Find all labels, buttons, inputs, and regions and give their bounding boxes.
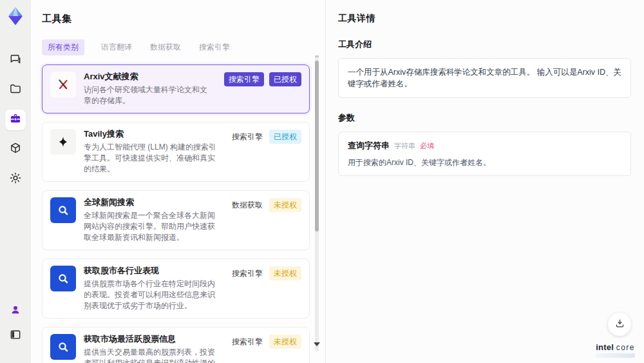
tool-name: Tavily搜索	[84, 129, 220, 139]
arxiv-x-icon	[50, 72, 76, 97]
sidebar-item-panel-toggle[interactable]	[5, 326, 26, 346]
app-window: 工具集 所有类别 语言翻译 数据获取 搜索引擎 Arxiv文献搜索 访问各个研究…	[0, 0, 644, 363]
tool-card-global-news[interactable]: 全球新闻搜索 全球新闻搜索是一个聚合全球各大新闻网站内容的搜索引擎。帮助用户快速…	[42, 190, 310, 250]
scrollbar-down-arrow-icon[interactable]	[314, 342, 320, 346]
tool-name: 获取市场最活跃股票信息	[84, 334, 220, 344]
chat-icon	[9, 53, 22, 68]
tab-data-fetch[interactable]: 数据获取	[149, 39, 182, 55]
auth-status-badge: 未授权	[269, 266, 301, 280]
blue-search-icon	[50, 197, 76, 223]
toolbox-icon	[9, 112, 22, 128]
sidebar-item-toolbox[interactable]	[5, 110, 26, 130]
gear-icon	[9, 172, 22, 187]
tool-list-panel: 工具集 所有类别 语言翻译 数据获取 搜索引擎 Arxiv文献搜索 访问各个研究…	[31, 0, 325, 363]
brand-core: core	[616, 343, 635, 352]
sidebar-item-chat[interactable]	[5, 50, 26, 71]
tool-description: 提供股票市场各个行业在特定时间段内的表现。投资者可以利用这些信息来识别表现优于或…	[84, 279, 220, 311]
tool-description: 提供当天交易量最高的股票列表，投资者可以利用这些信息来识别流动性强的股票和潜在的…	[84, 347, 220, 363]
params-heading: 参数	[338, 112, 631, 124]
sidebar-item-files[interactable]	[5, 80, 26, 101]
auth-status-badge: 已授权	[269, 72, 301, 86]
category-badge: 搜索引擎	[224, 72, 264, 86]
tool-description: 全球新闻搜索是一个聚合全球各大新闻网站内容的搜索引擎。帮助用户快速获取全球最新资…	[84, 210, 220, 243]
category-tabs: 所有类别 语言翻译 数据获取 搜索引擎	[42, 39, 310, 55]
intro-heading: 工具介绍	[338, 39, 631, 50]
package-cube-icon	[9, 142, 22, 157]
download-icon	[614, 318, 625, 331]
intel-ultra-gradient	[596, 353, 635, 358]
tool-description: 专为人工智能代理 (LLM) 构建的搜索引擎工具。可快速提供实时、准确和真实的结…	[84, 142, 220, 175]
tool-card-arxiv[interactable]: Arxiv文献搜索 访问各个研究领域大量科学论文和文章的存储库。 搜索引擎 已授…	[42, 64, 310, 113]
param-box: 查询字符串 字符串 必填 用于搜索的Arxiv ID、关键字或作者姓名。	[338, 132, 631, 176]
tool-card-active-stocks[interactable]: 获取市场最活跃股票信息 提供当天交易量最高的股票列表，投资者可以利用这些信息来识…	[42, 327, 310, 363]
intro-box: 一个用于从Arxiv存储库搜索科学论文和文章的工具。 输入可以是Arxiv ID…	[338, 58, 631, 98]
scrollbar-up-arrow[interactable]	[315, 55, 319, 57]
tab-translation[interactable]: 语言翻译	[100, 39, 133, 55]
category-badge: 数据获取	[231, 198, 264, 212]
four-point-star-icon	[50, 129, 76, 155]
param-name: 查询字符串	[348, 140, 390, 152]
sidebar-item-models[interactable]	[5, 139, 26, 160]
user-avatar-icon	[9, 304, 22, 319]
tool-name: 全球新闻搜索	[84, 197, 220, 208]
tool-card-sector-performance[interactable]: 获取股市各行业表现 提供股票市场各个行业在特定时间段内的表现。投资者可以利用这些…	[42, 259, 310, 319]
page-title: 工具集	[42, 13, 310, 25]
list-scrollbar[interactable]	[315, 57, 319, 351]
scrollbar-thumb[interactable]	[315, 61, 319, 231]
tool-detail-panel: 工具详情 工具介绍 一个用于从Arxiv存储库搜索科学论文和文章的工具。 输入可…	[325, 0, 644, 363]
blue-search-icon	[50, 334, 76, 360]
sidebar-item-settings[interactable]	[5, 169, 26, 190]
folder-icon	[9, 83, 22, 98]
blue-search-icon	[50, 266, 76, 291]
tool-card-tavily[interactable]: Tavily搜索 专为人工智能代理 (LLM) 构建的搜索引擎工具。可快速提供实…	[42, 122, 310, 182]
auth-status-badge: 已授权	[269, 130, 301, 144]
intel-core-logo: intel core	[596, 342, 635, 358]
app-logo-gem-icon	[5, 5, 26, 27]
download-button[interactable]	[608, 313, 631, 336]
param-description: 用于搜索的Arxiv ID、关键字或作者姓名。	[348, 157, 621, 168]
panel-toggle-icon	[9, 328, 22, 344]
tab-search-engine[interactable]: 搜索引擎	[198, 39, 231, 55]
auth-status-badge: 未授权	[269, 335, 301, 349]
category-badge: 搜索引擎	[231, 266, 264, 280]
category-badge: 搜索引擎	[231, 130, 264, 144]
auth-status-badge: 未授权	[269, 198, 301, 212]
detail-title: 工具详情	[338, 13, 631, 25]
tool-name: 获取股市各行业表现	[84, 266, 220, 276]
param-type: 字符串	[394, 141, 415, 151]
icon-rail	[0, 0, 31, 363]
sidebar-item-profile[interactable]	[5, 301, 26, 322]
tab-all-categories[interactable]: 所有类别	[42, 39, 84, 55]
tool-description: 访问各个研究领域大量科学论文和文章的存储库。	[84, 84, 214, 106]
tool-intro-text: 一个用于从Arxiv存储库搜索科学论文和文章的工具。 输入可以是Arxiv ID…	[348, 66, 621, 90]
brand-intel: intel	[596, 342, 614, 352]
category-badge: 搜索引擎	[231, 335, 264, 349]
param-required-flag: 必填	[420, 141, 434, 151]
tool-name: Arxiv文献搜索	[84, 72, 214, 82]
